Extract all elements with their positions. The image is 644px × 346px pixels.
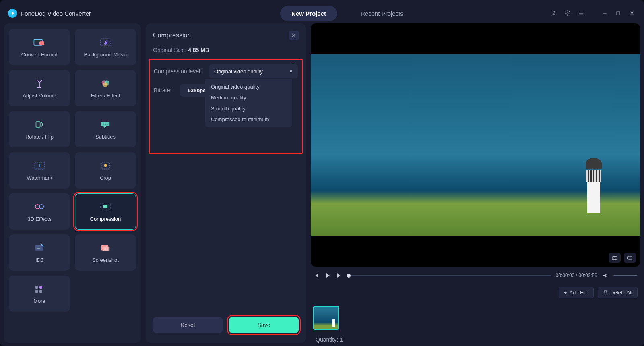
save-label: Save	[258, 322, 270, 328]
svg-rect-37	[35, 290, 38, 293]
quantity-value: 1	[340, 336, 343, 343]
tool-filter-effect[interactable]: Filter / Effect	[75, 70, 136, 106]
tool-label: Adjust Volume	[23, 93, 56, 99]
svg-rect-10	[39, 41, 44, 45]
panel-close-button[interactable]: ✕	[289, 31, 299, 40]
capture-frame-button[interactable]	[609, 253, 621, 263]
gear-icon[interactable]	[564, 9, 572, 17]
trash-icon	[603, 290, 608, 296]
watermark-icon: T	[33, 160, 46, 171]
delete-all-button[interactable]: Delete All	[598, 287, 638, 298]
reset-label: Reset	[180, 322, 195, 328]
tool-compression[interactable]: Compression	[75, 193, 136, 230]
tool-convert-format[interactable]: Convert Format	[9, 29, 70, 65]
adjust-volume-icon	[33, 78, 46, 89]
svg-rect-39	[612, 257, 617, 260]
tool-panel: Convert Format Background Music Adjust V…	[4, 23, 141, 343]
original-size-row: Original Size: 4.85 MB	[153, 47, 299, 53]
tool-background-music[interactable]: Background Music	[75, 29, 136, 65]
svg-rect-38	[39, 290, 42, 293]
dropdown-option[interactable]: Medium quality	[205, 92, 292, 103]
tool-rotate-flip[interactable]: Rotate / Flip	[9, 111, 70, 147]
tool-screenshot[interactable]: Screenshot	[75, 234, 136, 271]
svg-point-20	[107, 123, 108, 124]
volume-icon[interactable]	[602, 272, 609, 279]
dropdown-option[interactable]: Original video quality	[205, 81, 292, 92]
tool-crop[interactable]: Crop	[75, 152, 136, 189]
plus-icon: +	[564, 290, 567, 296]
app-window: FoneDog Video Converter New Project Rece…	[0, 0, 644, 346]
svg-rect-36	[39, 286, 42, 289]
window-controls	[550, 9, 636, 17]
file-actions: + Add File Delete All	[311, 285, 640, 298]
tool-adjust-volume[interactable]: Adjust Volume	[9, 70, 70, 106]
reset-button[interactable]: Reset	[153, 317, 223, 333]
tool-more[interactable]: More	[9, 276, 70, 312]
crop-icon	[99, 160, 112, 171]
svg-rect-29	[103, 205, 107, 208]
svg-point-25	[35, 204, 39, 208]
fullscreen-button[interactable]	[624, 253, 636, 263]
play-button[interactable]	[324, 272, 331, 279]
select-value: Original video quality	[214, 68, 263, 75]
close-icon[interactable]	[628, 9, 636, 17]
tool-label: Crop	[100, 175, 111, 181]
add-file-button[interactable]: + Add File	[559, 287, 594, 298]
prev-button[interactable]	[313, 272, 320, 279]
rotate-flip-icon	[33, 119, 46, 130]
svg-point-0	[553, 11, 555, 13]
tool-label: Subtitles	[95, 134, 116, 140]
maximize-icon[interactable]	[614, 9, 622, 17]
compression-level-select[interactable]: Original video quality ▼	[209, 64, 298, 78]
step-1-highlight: 1 Compression	[75, 193, 136, 230]
original-size-value: 4.85 MB	[188, 47, 209, 53]
timecode: 00:00:00 / 00:02:59	[556, 273, 597, 278]
delete-all-label: Delete All	[610, 290, 632, 296]
convert-format-icon	[33, 37, 46, 48]
tool-label: Convert Format	[21, 52, 58, 58]
tool-label: More	[33, 298, 45, 304]
svg-rect-15	[36, 122, 40, 127]
svg-point-1	[567, 12, 568, 14]
tool-subtitles[interactable]: Subtitles	[75, 111, 136, 147]
tool-label: Rotate / Flip	[25, 134, 54, 140]
next-button[interactable]	[336, 272, 342, 279]
tool-label: Filter / Effect	[91, 93, 120, 99]
tool-label: ID3	[35, 257, 43, 263]
account-icon[interactable]	[550, 9, 558, 17]
tab-new-project[interactable]: New Project	[280, 6, 337, 21]
dropdown-option[interactable]: Compressed to minimum	[205, 114, 292, 125]
titlebar: FoneDog Video Converter New Project Rece…	[4, 3, 640, 23]
step-2-highlight: 2 Compression level: Original video qual…	[149, 59, 303, 154]
quantity-label: Quantity:	[316, 336, 338, 343]
video-frame[interactable]	[311, 54, 640, 236]
original-size-label: Original Size:	[153, 47, 186, 53]
menu-icon[interactable]	[577, 9, 585, 17]
step-3-highlight: 3 Save	[229, 317, 299, 333]
save-button[interactable]: Save	[229, 317, 299, 333]
quantity-row: Quantity: 1	[311, 334, 640, 343]
tool-label: Watermark	[27, 175, 52, 181]
volume-slider[interactable]	[613, 275, 638, 276]
bitrate-value: 93kbps	[188, 87, 206, 93]
thumbnail-strip	[311, 302, 640, 330]
preview-panel: 00:00:00 / 00:02:59 + Add File Delete Al…	[311, 23, 640, 343]
tool-id3[interactable]: ID3	[9, 234, 70, 271]
id3-icon	[33, 242, 46, 253]
progress-bar[interactable]	[347, 275, 551, 276]
tool-3d-effects[interactable]: 3D Effects	[9, 193, 70, 230]
svg-point-40	[614, 257, 615, 259]
app-logo-icon	[8, 9, 17, 18]
filter-effect-icon	[99, 78, 112, 89]
thumbnail-item[interactable]	[313, 306, 339, 330]
background-music-icon	[99, 37, 112, 48]
dropdown-option[interactable]: Smooth quality	[205, 103, 292, 114]
bitrate-label: Bitrate:	[154, 87, 176, 93]
tool-watermark[interactable]: T Watermark	[9, 152, 70, 189]
svg-rect-35	[35, 286, 38, 289]
minimize-icon[interactable]	[601, 9, 609, 17]
compression-dropdown: Original video quality Medium quality Sm…	[205, 79, 292, 127]
app-title: FoneDog Video Converter	[21, 10, 91, 17]
svg-rect-41	[628, 256, 632, 259]
tab-recent-projects[interactable]: Recent Projects	[349, 6, 415, 21]
